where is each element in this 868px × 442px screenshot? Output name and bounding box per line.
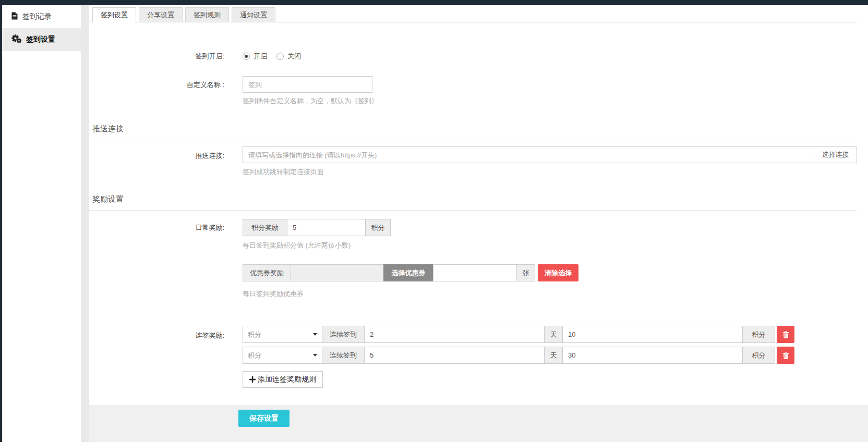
reward-section-title: 奖励设置 bbox=[92, 194, 124, 204]
sidebar-item-checkin-settings[interactable]: 签到设置 bbox=[2, 28, 81, 51]
reward-type-select[interactable]: 积分 bbox=[243, 326, 322, 343]
tab-share-settings[interactable]: 分享设置 bbox=[139, 7, 183, 22]
sidebar-item-label: 签到设置 bbox=[26, 35, 55, 44]
clear-coupon-button[interactable]: 清除选择 bbox=[538, 264, 578, 281]
streak-amount-unit-addon: 积分 bbox=[742, 326, 775, 343]
streak-days-input[interactable] bbox=[364, 347, 545, 364]
reward-type-value: 积分 bbox=[248, 351, 261, 360]
gears-icon bbox=[11, 34, 21, 45]
sidebar-item-label: 签到记录 bbox=[22, 12, 52, 21]
reward-type-value: 积分 bbox=[248, 330, 261, 339]
streak-amount-unit-addon: 积分 bbox=[742, 347, 775, 364]
radio-off-label: 关闭 bbox=[287, 52, 301, 61]
daily-reward-addon-unit: 积分 bbox=[365, 219, 391, 236]
trash-icon bbox=[782, 331, 789, 338]
section-divider bbox=[89, 140, 857, 140]
streak-days-input[interactable] bbox=[364, 326, 545, 343]
coupon-name-input-disabled bbox=[291, 264, 384, 281]
push-link-help: 签到成功跳转制定连接页面 bbox=[243, 168, 324, 176]
radio-enable-off[interactable]: 关闭 bbox=[276, 52, 301, 61]
custom-name-label: 自定义名称 : bbox=[89, 81, 224, 89]
form-footer: 保存设置 bbox=[89, 405, 868, 442]
coupon-count-input[interactable] bbox=[433, 264, 517, 281]
push-link-input[interactable] bbox=[243, 146, 814, 163]
choose-link-button[interactable]: 选择连接 bbox=[814, 146, 857, 163]
streak-amount-input[interactable] bbox=[562, 326, 743, 343]
delete-rule-button[interactable] bbox=[777, 326, 794, 343]
caret-down-icon bbox=[313, 354, 317, 357]
section-divider bbox=[89, 210, 857, 211]
daily-reward-help: 每日签到奖励积分值 (允许两位小数) bbox=[243, 241, 351, 249]
caret-down-icon bbox=[313, 333, 317, 336]
coupon-reward-help: 每日签到奖励优惠券 bbox=[243, 290, 304, 298]
plus-icon bbox=[249, 376, 256, 383]
reward-type-select[interactable]: 积分 bbox=[243, 347, 322, 364]
scrollbar-track[interactable] bbox=[81, 5, 89, 442]
radio-unselected-icon bbox=[276, 53, 284, 60]
top-bar bbox=[0, 0, 868, 5]
coupon-unit-addon: 张 bbox=[516, 264, 535, 281]
radio-selected-icon bbox=[243, 53, 250, 60]
tab-checkin-rules[interactable]: 签到规则 bbox=[185, 7, 229, 22]
add-streak-rule-button[interactable]: 添加连签奖励规则 bbox=[243, 371, 323, 388]
custom-name-input[interactable] bbox=[243, 76, 372, 93]
trash-icon bbox=[782, 352, 789, 359]
streak-reward-label: 连签奖励: bbox=[89, 332, 224, 340]
enable-radio-group: 开启 关闭 bbox=[243, 52, 301, 61]
radio-on-label: 开启 bbox=[254, 52, 267, 61]
streak-prefix-addon: 连续签到 bbox=[322, 326, 365, 343]
streak-prefix-addon: 连续签到 bbox=[322, 347, 365, 364]
streak-days-unit-addon: 天 bbox=[544, 326, 563, 343]
main-content: 签到设置 分享设置 签到规则 通知设置 签到开启: 开启 关闭 自定义名称 : … bbox=[89, 5, 868, 442]
select-coupon-button[interactable]: 选择优惠券 bbox=[383, 264, 433, 281]
enable-label: 签到开启: bbox=[89, 52, 224, 60]
push-link-section-title: 推送连接 bbox=[92, 124, 124, 134]
sidebar: 签到记录 bbox=[2, 5, 81, 442]
tab-notify-settings[interactable]: 通知设置 bbox=[232, 7, 275, 22]
streak-days-unit-addon: 天 bbox=[544, 347, 563, 364]
push-link-label: 推送连接: bbox=[89, 152, 224, 160]
daily-reward-label: 日常奖励: bbox=[89, 224, 224, 232]
tab-bar: 签到设置 分享设置 签到规则 通知设置 bbox=[92, 7, 275, 22]
streak-amount-input[interactable] bbox=[562, 347, 743, 364]
custom-name-help: 签到插件自定义名称，为空，默认为《签到》 bbox=[243, 97, 378, 105]
radio-enable-on[interactable]: 开启 bbox=[243, 52, 267, 61]
tab-checkin-settings[interactable]: 签到设置 bbox=[92, 7, 136, 22]
save-settings-button[interactable]: 保存设置 bbox=[238, 410, 290, 427]
daily-reward-value-input[interactable] bbox=[287, 219, 366, 236]
coupon-reward-addon-left: 优惠券奖励 bbox=[243, 264, 291, 281]
add-rule-label: 添加连签奖励规则 bbox=[258, 375, 316, 384]
sidebar-item-checkin-records[interactable]: 签到记录 bbox=[2, 5, 81, 28]
document-icon bbox=[11, 12, 18, 21]
delete-rule-button[interactable] bbox=[777, 347, 794, 364]
daily-reward-addon-left: 积分奖励 bbox=[243, 219, 287, 236]
